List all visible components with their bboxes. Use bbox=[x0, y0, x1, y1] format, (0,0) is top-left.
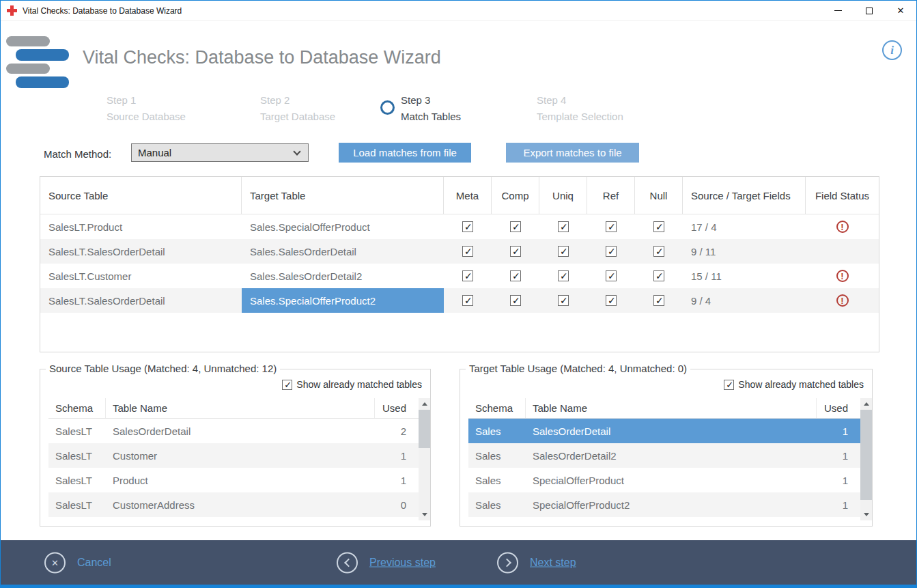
meta-checkbox[interactable] bbox=[462, 295, 473, 306]
meta-checkbox-cell[interactable] bbox=[444, 214, 492, 239]
match-row[interactable]: SalesLT.Product Sales.SpecialOfferProduc… bbox=[40, 214, 879, 239]
scrollbar-thumb[interactable] bbox=[860, 410, 872, 500]
comp-checkbox[interactable] bbox=[510, 221, 521, 232]
uniq-checkbox-cell[interactable] bbox=[539, 288, 587, 313]
scroll-down-button[interactable] bbox=[860, 509, 872, 520]
usage-row[interactable]: SalesLT CustomerAddress 0 bbox=[48, 492, 419, 517]
meta-checkbox-cell[interactable] bbox=[444, 288, 492, 313]
column-header-table-name[interactable]: Table Name bbox=[106, 398, 375, 418]
scrollbar-thumb[interactable] bbox=[419, 410, 430, 448]
show-matched-row[interactable]: Show already matched tables bbox=[724, 379, 864, 390]
minimize-button[interactable] bbox=[822, 1, 853, 20]
source-table-cell[interactable]: SalesLT.SalesOrderDetail bbox=[40, 239, 242, 264]
source-table-cell[interactable]: SalesLT.SalesOrderDetail bbox=[40, 288, 242, 313]
fields-cell[interactable]: 15 / 11 bbox=[683, 264, 806, 288]
null-checkbox[interactable] bbox=[653, 295, 664, 306]
column-header-ref[interactable]: Ref bbox=[587, 177, 635, 214]
match-method-select[interactable]: Manual bbox=[131, 143, 309, 162]
uniq-checkbox[interactable] bbox=[558, 295, 569, 306]
usage-row[interactable]: Sales SalesOrderDetail2 1 bbox=[468, 443, 860, 468]
null-checkbox-cell[interactable] bbox=[635, 288, 683, 313]
field-status-cell[interactable] bbox=[806, 264, 879, 288]
target-table-cell[interactable]: Sales.SalesOrderDetail2 bbox=[242, 264, 444, 288]
field-status-cell[interactable] bbox=[806, 288, 879, 313]
ref-checkbox[interactable] bbox=[606, 270, 617, 281]
comp-checkbox-cell[interactable] bbox=[492, 288, 539, 313]
meta-checkbox-cell[interactable] bbox=[444, 264, 492, 288]
scroll-up-button[interactable] bbox=[860, 398, 872, 410]
comp-checkbox-cell[interactable] bbox=[492, 214, 539, 239]
load-matches-button[interactable]: Load matches from file bbox=[339, 143, 471, 163]
usage-row[interactable]: Sales SpecialOfferProduct 1 bbox=[468, 468, 860, 492]
usage-row[interactable]: Sales SpecialOfferProduct2 1 bbox=[468, 492, 860, 517]
vertical-scrollbar[interactable] bbox=[860, 398, 872, 520]
ref-checkbox-cell[interactable] bbox=[587, 214, 635, 239]
export-matches-button[interactable]: Export matches to file bbox=[506, 143, 639, 163]
target-table-cell[interactable]: Sales.SpecialOfferProduct bbox=[242, 214, 444, 239]
target-table-cell[interactable]: Sales.SpecialOfferProduct2 bbox=[242, 288, 444, 313]
uniq-checkbox[interactable] bbox=[558, 246, 569, 257]
uniq-checkbox-cell[interactable] bbox=[539, 239, 587, 264]
uniq-checkbox[interactable] bbox=[558, 221, 569, 232]
source-table-cell[interactable]: SalesLT.Customer bbox=[40, 264, 242, 288]
column-header-schema[interactable]: Schema bbox=[48, 398, 106, 418]
ref-checkbox-cell[interactable] bbox=[587, 288, 635, 313]
scrollbar-track[interactable] bbox=[860, 410, 872, 509]
uniq-checkbox-cell[interactable] bbox=[539, 214, 587, 239]
match-row[interactable]: SalesLT.SalesOrderDetail Sales.SpecialOf… bbox=[40, 288, 879, 313]
usage-row[interactable]: SalesLT SalesOrderDetail 2 bbox=[48, 419, 419, 443]
meta-checkbox[interactable] bbox=[462, 270, 473, 281]
column-header-comp[interactable]: Comp bbox=[492, 177, 539, 214]
comp-checkbox[interactable] bbox=[510, 246, 521, 257]
source-table-cell[interactable]: SalesLT.Product bbox=[40, 214, 242, 239]
comp-checkbox-cell[interactable] bbox=[492, 264, 539, 288]
column-header-target-table[interactable]: Target Table bbox=[242, 177, 444, 214]
column-header-field-status[interactable]: Field Status bbox=[806, 177, 879, 214]
uniq-checkbox[interactable] bbox=[558, 270, 569, 281]
column-header-table-name[interactable]: Table Name bbox=[526, 398, 817, 418]
column-header-used[interactable]: Used bbox=[375, 398, 419, 418]
cancel-button[interactable]: Cancel bbox=[44, 552, 111, 573]
field-status-cell[interactable] bbox=[806, 239, 879, 264]
null-checkbox[interactable] bbox=[653, 221, 664, 232]
column-header-source-table[interactable]: Source Table bbox=[40, 177, 242, 214]
meta-checkbox[interactable] bbox=[462, 221, 473, 232]
scroll-up-button[interactable] bbox=[419, 398, 430, 410]
target-table-cell[interactable]: Sales.SalesOrderDetail bbox=[242, 239, 444, 264]
usage-row[interactable]: SalesLT Product 1 bbox=[48, 468, 419, 492]
show-matched-checkbox[interactable] bbox=[282, 380, 292, 390]
fields-cell[interactable]: 17 / 4 bbox=[683, 214, 806, 239]
null-checkbox-cell[interactable] bbox=[635, 264, 683, 288]
fields-cell[interactable]: 9 / 4 bbox=[683, 288, 806, 313]
ref-checkbox[interactable] bbox=[606, 246, 617, 257]
previous-step-button[interactable]: Previous step bbox=[337, 552, 436, 573]
match-row[interactable]: SalesLT.Customer Sales.SalesOrderDetail2… bbox=[40, 264, 879, 288]
uniq-checkbox-cell[interactable] bbox=[539, 264, 587, 288]
ref-checkbox[interactable] bbox=[606, 295, 617, 306]
ref-checkbox-cell[interactable] bbox=[587, 239, 635, 264]
info-icon[interactable] bbox=[882, 40, 902, 60]
column-header-schema[interactable]: Schema bbox=[468, 398, 526, 418]
column-header-null[interactable]: Null bbox=[635, 177, 683, 214]
next-step-button[interactable]: Next step bbox=[497, 552, 576, 573]
usage-row[interactable]: SalesLT Customer 1 bbox=[48, 443, 419, 468]
column-header-fields[interactable]: Source / Target Fields bbox=[683, 177, 806, 214]
meta-checkbox[interactable] bbox=[462, 246, 473, 257]
comp-checkbox-cell[interactable] bbox=[492, 239, 539, 264]
null-checkbox[interactable] bbox=[653, 246, 664, 257]
scrollbar-track[interactable] bbox=[419, 410, 430, 509]
ref-checkbox-cell[interactable] bbox=[587, 264, 635, 288]
null-checkbox-cell[interactable] bbox=[635, 239, 683, 264]
vertical-scrollbar[interactable] bbox=[419, 398, 430, 520]
column-header-uniq[interactable]: Uniq bbox=[539, 177, 587, 214]
column-header-meta[interactable]: Meta bbox=[444, 177, 492, 214]
usage-row[interactable]: Sales SalesOrderDetail 1 bbox=[468, 419, 860, 443]
close-button[interactable] bbox=[885, 1, 916, 20]
comp-checkbox[interactable] bbox=[510, 270, 521, 281]
column-header-used[interactable]: Used bbox=[817, 398, 860, 418]
meta-checkbox-cell[interactable] bbox=[444, 239, 492, 264]
scroll-down-button[interactable] bbox=[419, 509, 430, 520]
comp-checkbox[interactable] bbox=[510, 295, 521, 306]
show-matched-row[interactable]: Show already matched tables bbox=[282, 379, 422, 390]
maximize-button[interactable] bbox=[853, 1, 885, 20]
